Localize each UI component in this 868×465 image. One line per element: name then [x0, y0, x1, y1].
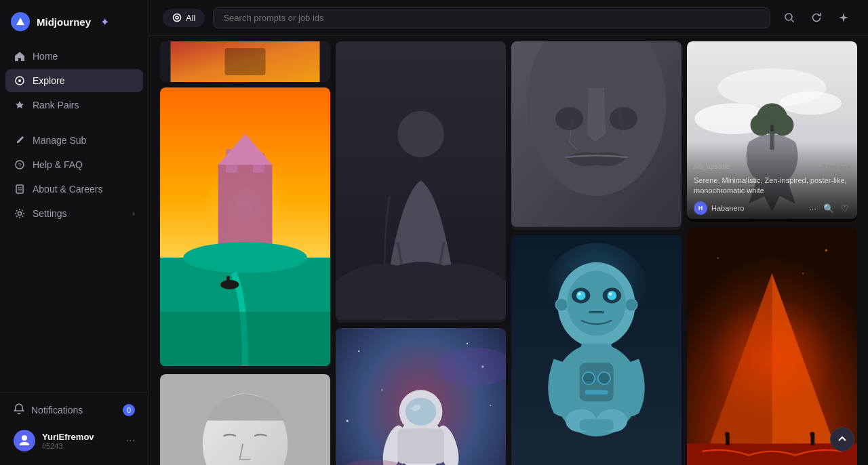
- notifications-label: Notifications: [31, 405, 83, 416]
- sidebar-item-explore-label: Explore: [33, 75, 64, 86]
- svg-point-11: [785, 14, 792, 20]
- svg-rect-90: [726, 436, 730, 445]
- svg-rect-75: [579, 419, 613, 430]
- svg-rect-64: [589, 311, 604, 313]
- sidebar-item-settings[interactable]: Settings ›: [5, 202, 143, 225]
- svg-point-57: [567, 270, 626, 336]
- svg-point-63: [609, 292, 612, 296]
- svg-marker-2: [16, 101, 24, 108]
- svg-rect-92: [811, 436, 815, 445]
- svg-point-83: [772, 114, 794, 136]
- svg-rect-72: [585, 390, 608, 395]
- svg-point-24: [220, 280, 239, 289]
- gallery-item[interactable]: [687, 227, 857, 465]
- filter-label: All: [186, 13, 195, 23]
- settings-icon: [14, 207, 26, 220]
- sidebar-item-help-faq-label: Help & FAQ: [33, 159, 83, 170]
- gallery-item[interactable]: [336, 328, 506, 465]
- overlay-search-button[interactable]: 🔍: [822, 203, 835, 214]
- sidebar-item-help-faq[interactable]: ? Help & FAQ: [5, 153, 143, 176]
- sparkle-button[interactable]: [833, 7, 854, 28]
- svg-point-61: [607, 291, 616, 300]
- notifications-badge: 0: [123, 404, 135, 416]
- svg-point-93: [810, 432, 814, 437]
- user-id: #5243: [42, 442, 119, 450]
- svg-point-35: [381, 389, 382, 390]
- search-icon: [784, 12, 795, 23]
- sidebar-item-home-label: Home: [33, 51, 58, 62]
- sidebar-item-rank-pairs[interactable]: Rank Pairs: [5, 94, 143, 117]
- svg-rect-84: [770, 125, 774, 131]
- svg-point-37: [490, 405, 491, 406]
- notifications-item[interactable]: Notifications 0: [5, 398, 143, 422]
- search-input[interactable]: [213, 7, 770, 28]
- avatar: [14, 430, 35, 451]
- overlay-prompt: Serene, Minimalistic, Zen-inspired, post…: [694, 176, 850, 197]
- gallery-item[interactable]: [160, 374, 330, 465]
- gallery-item[interactable]: [160, 41, 330, 82]
- svg-point-38: [346, 420, 348, 422]
- logo[interactable]: Midjourney ✦: [0, 0, 149, 42]
- sidebar-item-manage-sub[interactable]: Manage Sub: [5, 129, 143, 152]
- svg-rect-5: [16, 185, 23, 193]
- svg-point-66: [625, 298, 637, 310]
- svg-point-88: [710, 297, 834, 421]
- svg-point-23: [183, 242, 307, 273]
- featured-overlay: /v6_upscale 3 hrs ago Serene, Minimalist…: [687, 141, 857, 222]
- sidebar-bottom: Notifications 0 YuriEfremov #5243 ···: [0, 392, 149, 465]
- gallery-item[interactable]: [336, 41, 506, 323]
- svg-point-1: [18, 79, 21, 82]
- overlay-avatar: H: [694, 201, 707, 215]
- svg-rect-47: [397, 428, 443, 463]
- gallery-item[interactable]: [511, 235, 682, 465]
- svg-point-79: [718, 68, 827, 107]
- overlay-heart-button[interactable]: ♡: [840, 203, 850, 214]
- scroll-to-top-button[interactable]: [830, 427, 854, 451]
- logo-text: Midjourney: [37, 16, 91, 28]
- overlay-actions: H Habanero ··· 🔍 ♡: [694, 201, 850, 215]
- sidebar-item-about-careers[interactable]: About & Careers: [5, 178, 143, 201]
- svg-marker-13: [839, 13, 848, 22]
- topbar: All: [149, 0, 868, 36]
- gallery-item[interactable]: [160, 87, 330, 369]
- sidebar-item-settings-label: Settings: [33, 208, 67, 219]
- gallery: /v6_upscale 3 hrs ago Serene, Minimalist…: [149, 36, 868, 465]
- grid-col-1: [160, 41, 330, 465]
- svg-rect-25: [226, 276, 230, 285]
- grid-col-2: [336, 41, 506, 465]
- svg-text:?: ?: [18, 162, 22, 169]
- svg-point-95: [825, 249, 827, 251]
- home-icon: [14, 50, 26, 62]
- svg-rect-89: [687, 444, 857, 465]
- svg-point-71: [598, 372, 610, 384]
- user-profile[interactable]: YuriEfremov #5243 ···: [5, 424, 143, 457]
- user-name: YuriEfremov: [42, 432, 119, 442]
- svg-point-8: [18, 212, 22, 216]
- masonry-grid: /v6_upscale 3 hrs ago Serene, Minimalist…: [160, 41, 857, 465]
- help-icon: ?: [14, 159, 26, 171]
- user-menu-button[interactable]: ···: [126, 434, 135, 447]
- user-info: YuriEfremov #5243: [42, 432, 119, 450]
- gallery-item-featured[interactable]: /v6_upscale 3 hrs ago Serene, Minimalist…: [687, 41, 857, 222]
- sidebar-item-rank-pairs-label: Rank Pairs: [33, 100, 79, 110]
- svg-point-30: [397, 111, 443, 157]
- svg-point-94: [717, 258, 718, 259]
- grid-col-3: [511, 41, 682, 465]
- sidebar-item-about-careers-label: About & Careers: [33, 184, 103, 195]
- sidebar-item-home[interactable]: Home: [5, 45, 143, 68]
- refresh-button[interactable]: [806, 7, 827, 28]
- settings-chevron-icon: ›: [132, 209, 135, 218]
- sparkle-icon: [838, 12, 849, 23]
- gallery-item[interactable]: [511, 41, 682, 230]
- sidebar-item-explore[interactable]: Explore: [5, 69, 143, 92]
- arrow-up-icon: [837, 434, 847, 444]
- explore-icon: [14, 75, 26, 87]
- search-button[interactable]: [778, 7, 800, 28]
- svg-point-41: [406, 397, 437, 425]
- sidebar: Midjourney ✦ Home Explore: [0, 0, 149, 465]
- bell-icon: [14, 403, 24, 416]
- filter-all-button[interactable]: All: [163, 9, 205, 27]
- filter-icon: [172, 13, 182, 22]
- overlay-more-button[interactable]: ···: [808, 203, 818, 214]
- svg-point-70: [583, 372, 595, 384]
